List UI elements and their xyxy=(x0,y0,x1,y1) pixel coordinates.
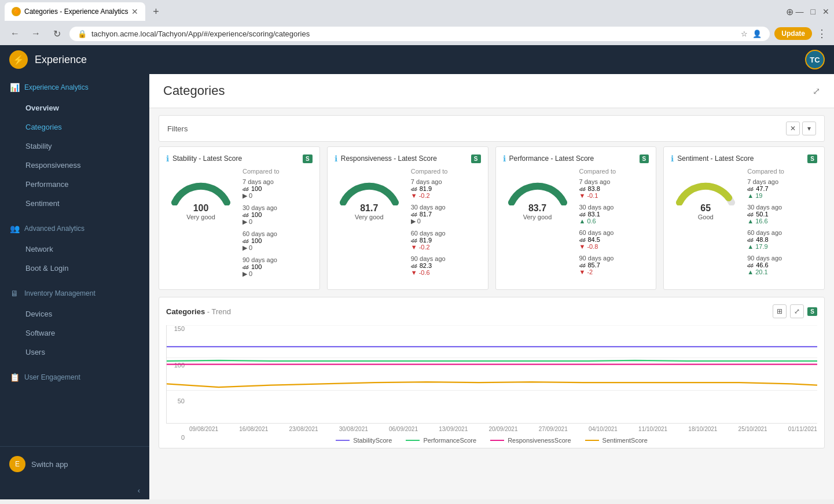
responsiveness-card-title: Responsiveness - Latest Score xyxy=(341,154,437,163)
experience-analytics-label: Experience Analytics xyxy=(24,83,89,91)
stability-row-30d: 30 days ago 🏎 100 ▶ 0 xyxy=(243,204,313,226)
sidebar-item-experience-analytics[interactable]: 📊 Experience Analytics xyxy=(0,76,149,98)
stability-row-60d: 60 days ago 🏎 100 ▶ 0 xyxy=(243,230,313,252)
stability-card-title: Stability - Latest Score xyxy=(172,154,242,163)
stability-icon-7d: 🏎 xyxy=(243,185,249,192)
address-bar: ← → ↻ 🔒 tachyon.acme.local/Tachyon/App/#… xyxy=(0,23,834,45)
performance-info-icon[interactable]: ℹ xyxy=(503,154,506,163)
profile-icon[interactable]: 👤 xyxy=(752,30,762,38)
sent-row-60d: 60 days ago 🏎48.8 ▲ 17.9 xyxy=(747,229,817,250)
resp-row-90d: 90 days ago 🏎82.3 ▼ -0.6 xyxy=(411,255,481,276)
app-body: 📊 Experience Analytics Overview Categori… xyxy=(0,74,834,499)
stability-legend-line xyxy=(336,440,350,441)
perf-row-30d: 30 days ago 🏎83.1 ▲ 0.6 xyxy=(579,204,649,225)
sidebar-item-sentiment[interactable]: Sentiment xyxy=(0,194,149,213)
sidebar-item-boot-login[interactable]: Boot & Login xyxy=(0,259,149,278)
minimize-button[interactable]: — xyxy=(796,7,804,16)
performance-card: ℹ Performance - Latest Score S 83.7 Very… xyxy=(495,146,657,290)
inventory-label: Inventory Management xyxy=(24,289,95,297)
trend-actions: ⊞ ⤢ S xyxy=(773,304,817,318)
forward-button[interactable]: → xyxy=(28,25,44,42)
sidebar-item-performance[interactable]: Performance xyxy=(0,175,149,194)
sentiment-compared-label: Compared to xyxy=(747,168,817,175)
sent-row-30d: 30 days ago 🏎50.1 ▲ 16.6 xyxy=(747,204,817,225)
switch-app-button[interactable]: E Switch app xyxy=(0,447,149,481)
refresh-button[interactable]: ↻ xyxy=(49,25,65,42)
app-title: Experience xyxy=(35,54,87,66)
stability-badge: S xyxy=(303,154,313,163)
sidebar-footer: E Switch app ‹ xyxy=(0,446,149,499)
tab-favicon: 🔶 xyxy=(12,7,21,16)
address-bar-icons: ☆ 👤 xyxy=(741,30,762,38)
bookmark-icon[interactable]: ☆ xyxy=(741,30,748,38)
legend-sentiment: SentimentScore xyxy=(585,437,648,444)
sidebar-item-user-engagement[interactable]: 📋 User Engagement xyxy=(0,366,149,388)
responsiveness-legend-line xyxy=(490,440,504,441)
resp-row-30d: 30 days ago 🏎81.7 ▶ 0 xyxy=(411,204,481,225)
filters-actions: ✕ ▾ xyxy=(786,122,816,135)
stability-icon-90d: 🏎 xyxy=(243,263,249,270)
performance-card-header: ℹ Performance - Latest Score S xyxy=(503,154,649,163)
trend-badge: S xyxy=(807,307,817,316)
advanced-analytics-label: Advanced Analytics xyxy=(24,225,84,233)
stability-row-90d: 90 days ago 🏎 100 ▶ 0 xyxy=(243,256,313,278)
performance-score: 83.7 xyxy=(528,203,546,214)
sidebar-collapse-button[interactable]: ‹ xyxy=(0,481,149,499)
user-engagement-label: User Engagement xyxy=(24,373,80,381)
sidebar-item-network[interactable]: Network xyxy=(0,240,149,259)
trend-expand-button[interactable]: ⤢ xyxy=(790,304,804,318)
app-header: ⚡ Experience TC xyxy=(0,45,834,74)
page-header: Categories ⤢ xyxy=(149,74,834,108)
back-button[interactable]: ← xyxy=(7,25,23,42)
stability-icon-60d: 🏎 xyxy=(243,237,249,244)
responsiveness-gauge: 81.7 Very good xyxy=(335,168,404,281)
sidebar-item-software[interactable]: Software xyxy=(0,323,149,343)
sidebar-item-stability[interactable]: Stability xyxy=(0,137,149,156)
responsiveness-info-icon[interactable]: ℹ xyxy=(335,154,337,163)
sentiment-card: ℹ Sentiment - Latest Score S 65 Good xyxy=(663,146,825,290)
responsiveness-card: ℹ Responsiveness - Latest Score S 81.7 V… xyxy=(327,146,488,290)
performance-card-content: 83.7 Very good Compared to 7 days ago 🏎8… xyxy=(503,168,649,280)
maximize-button[interactable]: □ xyxy=(811,7,815,16)
sentiment-label: Good xyxy=(698,214,714,220)
experience-analytics-icon: 📊 xyxy=(9,82,20,93)
sentiment-gauge: 65 Good xyxy=(671,168,740,280)
window-controls: — □ ✕ xyxy=(796,7,829,16)
sentiment-badge: S xyxy=(807,154,817,163)
sidebar-item-users[interactable]: Users xyxy=(0,343,149,362)
sidebar-item-overview[interactable]: Overview xyxy=(0,98,149,117)
update-button[interactable]: Update xyxy=(774,27,812,40)
filters-clear-button[interactable]: ✕ xyxy=(786,122,800,135)
stability-gauge-svg xyxy=(169,168,233,205)
filters-dropdown-button[interactable]: ▾ xyxy=(802,122,816,135)
user-avatar[interactable]: TC xyxy=(805,50,825,69)
trend-svg xyxy=(167,325,817,423)
sidebar-item-advanced-analytics[interactable]: 👥 Advanced Analytics xyxy=(0,218,149,240)
browser-menu-icon[interactable]: ⋮ xyxy=(817,27,827,40)
trend-table-button[interactable]: ⊞ xyxy=(773,304,787,318)
url-bar[interactable]: 🔒 tachyon.acme.local/Tachyon/App/#/exper… xyxy=(69,27,770,41)
sidebar-item-categories[interactable]: Categories xyxy=(0,117,149,137)
user-engagement-icon: 📋 xyxy=(9,372,20,382)
close-button[interactable]: ✕ xyxy=(822,7,829,16)
sidebar-item-responsiveness[interactable]: Responsiveness xyxy=(0,156,149,175)
sentiment-gauge-svg xyxy=(674,168,737,205)
performance-details: Compared to 7 days ago 🏎83.8 ▼ -0.1 30 d… xyxy=(579,168,649,280)
sentiment-card-title: Sentiment - Latest Score xyxy=(677,154,754,163)
sidebar-item-inventory-management[interactable]: 🖥 Inventory Management xyxy=(0,282,149,304)
browser-tab[interactable]: 🔶 Categories - Experience Analytics ✕ xyxy=(5,2,145,21)
expand-button[interactable]: ⤢ xyxy=(813,86,820,97)
sidebar-item-devices[interactable]: Devices xyxy=(0,304,149,323)
sentiment-info-icon[interactable]: ℹ xyxy=(671,154,674,163)
stability-card-content: 100 Very good Compared to 7 days ago 🏎 1… xyxy=(166,168,313,282)
performance-label: Very good xyxy=(523,214,552,220)
tab-close-button[interactable]: ✕ xyxy=(131,7,138,16)
legend-stability: StabilityScore xyxy=(336,437,392,444)
new-tab-button[interactable]: + xyxy=(148,3,164,20)
legend-responsiveness: ResponsivenessScore xyxy=(490,437,571,444)
stability-info-icon[interactable]: ℹ xyxy=(166,154,169,163)
sentiment-card-content: 65 Good Compared to 7 days ago 🏎47.7 ▲ 1… xyxy=(671,168,817,280)
main-content: Categories ⤢ Filters ✕ ▾ ℹ Stability - L… xyxy=(149,74,834,499)
stability-gauge: 100 Very good xyxy=(166,168,236,282)
stability-label: Very good xyxy=(186,214,215,220)
